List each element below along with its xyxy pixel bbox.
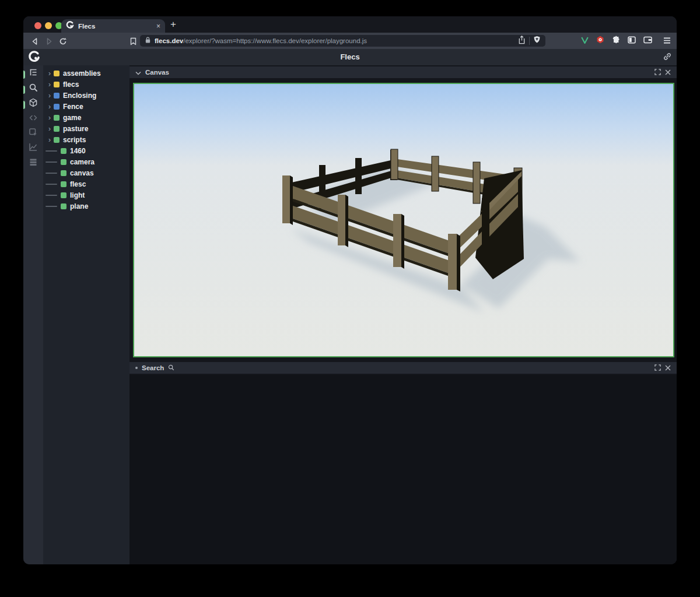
forward-button[interactable] [42,36,56,46]
expand-arrow-icon[interactable]: › [46,82,53,87]
lock-icon [145,36,151,46]
chevron-down-icon[interactable] [135,67,141,78]
sidebar-code-icon[interactable] [23,113,43,127]
sidebar-stats-chart-icon[interactable] [23,142,43,156]
tree-item-flesc[interactable]: flesc [43,178,130,189]
expand-arrow-icon[interactable]: › [46,137,53,143]
entity-color-square [61,192,66,198]
entity-color-square [61,181,66,187]
tree-connector [46,206,57,207]
url-divider [529,37,530,45]
sidebar-search-icon[interactable] [23,83,43,97]
entity-color-square [61,148,66,154]
fullscreen-icon[interactable] [654,67,661,78]
app-title: Flecs [23,52,677,61]
fullscreen-icon[interactable] [654,363,661,373]
entity-color-square [54,126,60,132]
tree-item-enclosing[interactable]: ›Enclosing [43,90,130,101]
tab-bar: Flecs × + [23,16,677,33]
search-magnifier-icon [168,363,174,373]
entity-color-square [54,137,60,143]
tree-item-plane[interactable]: plane [43,201,130,212]
search-panel-header[interactable]: Search [130,362,677,374]
search-panel-title: Search [142,364,164,371]
tree-connector [46,150,57,152]
sidebar-entities-cube-icon[interactable] [23,98,43,112]
browser-window: Flecs × + flecs.dev/explorer/?wasm=https… [23,16,677,564]
sidebar-inspector-icon[interactable] [23,128,43,142]
tree-item-canvas[interactable]: canvas [43,167,130,178]
main-area: Canvas [130,65,677,564]
menu-icon[interactable] [663,36,671,46]
tree-item-camera[interactable]: camera [43,156,130,167]
brave-shield-icon[interactable] [533,36,541,46]
tree-item-1460[interactable]: 1460 [43,145,130,156]
close-window-button[interactable] [34,22,41,29]
minimize-window-button[interactable] [45,22,52,29]
tab-title: Flecs [78,23,152,30]
tree-item-fence[interactable]: ›Fence [43,101,130,112]
search-results-area[interactable] [130,375,677,564]
entity-color-square [61,159,66,165]
tree-item-game[interactable]: ›game [43,112,130,123]
expand-arrow-icon[interactable]: › [46,71,53,76]
entity-color-square [54,93,60,99]
app-header: Flecs [23,49,677,65]
share-icon[interactable] [518,36,526,47]
entity-color-square [61,170,66,176]
expand-arrow-icon[interactable]: › [46,115,53,121]
tree-item-scripts[interactable]: ›scripts [43,134,130,145]
panel-dot-icon[interactable] [135,367,138,369]
close-panel-icon[interactable] [665,67,671,78]
tree-item-flecs[interactable]: ›flecs [43,79,130,90]
back-button[interactable] [28,36,42,46]
bookmark-icon[interactable] [126,36,140,46]
extensions-puzzle-icon[interactable] [612,36,620,46]
entity-color-square [54,82,60,87]
expand-arrow-icon[interactable]: › [46,93,53,99]
app-content: ›assemblies ›flecs ›Enclosing ›Fence ›ga… [23,65,677,564]
tree-item-pasture[interactable]: ›pasture [43,123,130,134]
tree-item-assemblies[interactable]: ›assemblies [43,68,130,79]
wallet-icon[interactable] [643,36,652,46]
active-indicator [23,71,25,79]
sidebar-tree-view-icon[interactable] [23,68,43,82]
tree-connector [46,184,57,185]
close-panel-icon[interactable] [665,363,671,373]
tree-connector [46,173,57,174]
entity-tree-panel: ›assemblies ›flecs ›Enclosing ›Fence ›ga… [43,65,130,564]
active-indicator [23,101,25,109]
sidebar-queries-list-icon[interactable] [23,157,43,171]
tool-sidebar [23,65,43,564]
expand-arrow-icon[interactable]: › [46,126,53,132]
entity-color-square [61,203,66,209]
url-text: flecs.dev/explorer/?wasm=https://www.fle… [155,37,514,44]
new-tab-button[interactable]: + [170,19,176,30]
browser-tab[interactable]: Flecs × [61,19,165,33]
url-bar[interactable]: flecs.dev/explorer/?wasm=https://www.fle… [140,35,545,47]
tree-connector [46,161,57,163]
entity-color-square [54,115,60,121]
vue-devtools-icon[interactable] [581,36,589,46]
tab-close-icon[interactable]: × [156,23,160,30]
active-indicator [23,86,25,94]
tree-item-light[interactable]: light [43,189,130,201]
reload-button[interactable] [56,36,70,46]
3d-canvas-viewport[interactable] [133,83,674,357]
canvas-panel-title: Canvas [145,69,169,76]
tree-connector [46,195,57,196]
navigation-bar: flecs.dev/explorer/?wasm=https://www.fle… [23,33,677,49]
entity-color-square [54,104,60,110]
flecs-favicon [66,21,74,31]
sidebar-toggle-icon[interactable] [628,36,636,46]
expand-arrow-icon[interactable]: › [46,104,53,110]
red-extension-icon[interactable] [596,36,604,46]
canvas-panel-header[interactable]: Canvas [130,66,677,78]
share-link-icon[interactable] [663,52,672,64]
entity-color-square [54,71,60,76]
extensions-row [581,33,671,49]
